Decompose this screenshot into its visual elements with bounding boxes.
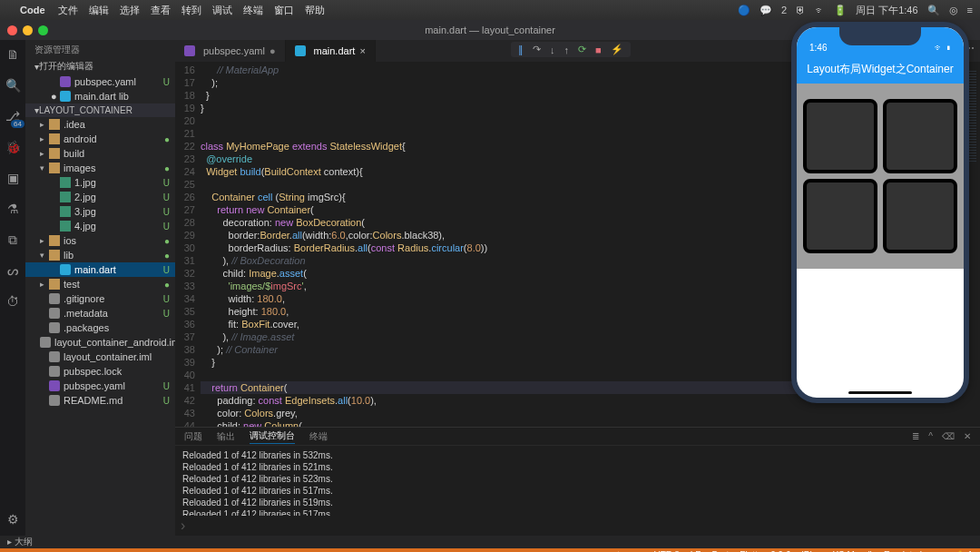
open-editor-item[interactable]: ●main.dart lib bbox=[25, 89, 175, 104]
spotlight-icon[interactable]: 🔍 bbox=[927, 5, 940, 16]
tree-item[interactable]: ▸ios● bbox=[25, 233, 175, 248]
tree-item[interactable]: pubspec.yamlU bbox=[25, 379, 175, 393]
menu-item[interactable]: 调试 bbox=[212, 5, 232, 15]
zoom-window-button[interactable] bbox=[38, 25, 48, 35]
open-editors-head[interactable]: ▾ 打开的编辑器 bbox=[25, 58, 175, 74]
outline-section[interactable]: 大纲 bbox=[15, 537, 33, 547]
debug-step-over-icon[interactable]: ↷ bbox=[533, 44, 541, 55]
tree-item[interactable]: main.dartU bbox=[25, 262, 175, 277]
panel-tabs: 问题输出调试控制台终端 ≣ ^ ⌫ ✕ bbox=[175, 428, 980, 446]
menu-item[interactable]: 转到 bbox=[181, 5, 201, 15]
grid-image-2[interactable] bbox=[883, 99, 957, 173]
debug-icon[interactable]: 🐞 bbox=[4, 138, 22, 156]
editor-tab[interactable]: pubspec.yaml● bbox=[175, 40, 286, 62]
panel-output[interactable]: Reloaded 1 of 412 libraries in 532ms.Rel… bbox=[175, 446, 980, 516]
panel-clear-icon[interactable]: ⌫ bbox=[942, 431, 955, 441]
panel-up-icon[interactable]: ^ bbox=[928, 431, 933, 441]
tree-item[interactable]: .metadataU bbox=[25, 306, 175, 320]
mac-menubar: Code 文件编辑选择查看转到调试终端窗口帮助 🔵 💬 2 ⛨ ᯤ 🔋 周日 下… bbox=[0, 0, 980, 20]
window-controls[interactable] bbox=[7, 25, 48, 35]
git-graph-icon[interactable]: ᔕ bbox=[4, 261, 22, 280]
panel-close-icon[interactable]: ✕ bbox=[964, 431, 971, 441]
phone-app-title: Layout布局Widget之Container bbox=[807, 62, 953, 77]
minimize-window-button[interactable] bbox=[23, 25, 33, 35]
menu-clock[interactable]: 周日 下午1:46 bbox=[856, 4, 917, 17]
tree-item[interactable]: ▸android● bbox=[25, 132, 175, 146]
tree-item[interactable]: ▸build bbox=[25, 146, 175, 161]
debug-step-out-icon[interactable]: ↑ bbox=[564, 44, 570, 55]
panel-tab[interactable]: 输出 bbox=[217, 430, 235, 443]
debug-toolbar[interactable]: ‖ ↷ ↓ ↑ ⟳ ■ ⚡ bbox=[511, 42, 631, 57]
open-editor-item[interactable]: pubspec.yamlU bbox=[25, 74, 175, 89]
activity-bar: 🗎 🔍 ⎇64 🐞 ▣ ⚗ ⧉ ᔕ ⏱ ⚙ bbox=[0, 40, 25, 536]
menu-wifi-icon: ᯤ bbox=[815, 5, 825, 15]
menu-extra-icon: 🔵 bbox=[738, 5, 750, 16]
menu-item[interactable]: 文件 bbox=[58, 5, 78, 15]
menu-item[interactable]: 编辑 bbox=[89, 5, 109, 15]
explorer-icon[interactable]: 🗎 bbox=[4, 45, 22, 64]
editor-tab[interactable]: main.dart× bbox=[286, 40, 376, 62]
window-title: main.dart — layout_container bbox=[425, 25, 555, 35]
phone-time: 1:46 bbox=[809, 43, 827, 53]
sidebar-footer: ▸ 大纲 bbox=[0, 536, 980, 548]
tree-item[interactable]: ▸.idea bbox=[25, 117, 175, 132]
test-icon[interactable]: ⚗ bbox=[4, 200, 22, 218]
ios-simulator[interactable]: 1:46 ᯤ ▮ Layout布局Widget之Container bbox=[791, 22, 969, 403]
siri-icon[interactable]: ◎ bbox=[949, 5, 958, 16]
menu-chat-icon: 💬 bbox=[760, 5, 772, 16]
menu-item[interactable]: 查看 bbox=[151, 5, 171, 15]
menu-item[interactable]: 选择 bbox=[120, 5, 140, 15]
tree-item[interactable]: pubspec.lock bbox=[25, 364, 175, 379]
panel-list-icon[interactable]: ≣ bbox=[912, 431, 919, 441]
phone-notch bbox=[839, 27, 921, 45]
explorer-sidebar: 资源管理器 ▾ 打开的编辑器 pubspec.yamlU●main.dart l… bbox=[25, 40, 175, 536]
debug-stop-icon[interactable]: ■ bbox=[595, 44, 602, 55]
time-icon[interactable]: ⏱ bbox=[4, 292, 22, 310]
grid-image-3[interactable] bbox=[803, 179, 877, 253]
tree-item[interactable]: ▾lib● bbox=[25, 248, 175, 262]
menu-item[interactable]: 窗口 bbox=[274, 5, 294, 15]
bottom-panel: 问题输出调试控制台终端 ≣ ^ ⌫ ✕ Reloaded 1 of 412 li… bbox=[175, 427, 980, 536]
hot-reload-icon[interactable]: ⚡ bbox=[611, 44, 623, 55]
menu-item[interactable]: 帮助 bbox=[305, 5, 325, 15]
line-gutter: 1617181920212223242526272829303132333435… bbox=[175, 62, 201, 427]
grid-image-4[interactable] bbox=[883, 179, 957, 253]
tree-item[interactable]: 3.jpgU bbox=[25, 204, 175, 219]
tree-item[interactable]: layout_container.iml bbox=[25, 350, 175, 364]
tree-item[interactable]: ▾images● bbox=[25, 161, 175, 175]
menu-shield-icon: ⛨ bbox=[796, 5, 806, 15]
phone-body bbox=[797, 84, 964, 269]
scm-icon[interactable]: ⎇64 bbox=[4, 107, 22, 125]
tree-item[interactable]: 1.jpgU bbox=[25, 175, 175, 190]
settings-gear-icon[interactable]: ⚙ bbox=[4, 510, 22, 528]
debug-restart-icon[interactable]: ⟳ bbox=[578, 44, 586, 55]
debug-step-into-icon[interactable]: ↓ bbox=[550, 44, 555, 55]
project-head[interactable]: ▾ LAYOUT_CONTAINER bbox=[25, 104, 175, 117]
menu-badge: 2 bbox=[781, 5, 787, 15]
tree-item[interactable]: 2.jpgU bbox=[25, 190, 175, 204]
grid-image-1[interactable] bbox=[803, 99, 877, 173]
menu-battery-icon: 🔋 bbox=[834, 5, 847, 16]
menu-item[interactable]: 终端 bbox=[243, 5, 263, 15]
tree-item[interactable]: ▸test● bbox=[25, 277, 175, 291]
panel-tab[interactable]: 问题 bbox=[184, 430, 202, 443]
tree-item[interactable]: 4.jpgU bbox=[25, 219, 175, 233]
phone-home-indicator[interactable] bbox=[848, 391, 912, 394]
phone-row bbox=[803, 179, 957, 253]
close-window-button[interactable] bbox=[7, 25, 17, 35]
notifications-icon[interactable]: ≡ bbox=[967, 5, 973, 15]
panel-tab[interactable]: 终端 bbox=[309, 430, 328, 443]
app-name[interactable]: Code bbox=[20, 5, 45, 15]
phone-appbar: Layout布局Widget之Container bbox=[797, 54, 964, 84]
bookmarks-icon[interactable]: ⧉ bbox=[4, 231, 22, 249]
tree-item[interactable]: .gitignoreU bbox=[25, 291, 175, 306]
tree-item[interactable]: .packages bbox=[25, 320, 175, 335]
phone-signal-icon: ᯤ ▮ bbox=[935, 43, 951, 53]
tree-item[interactable]: layout_container_android.iml bbox=[25, 335, 175, 350]
tree-item[interactable]: README.mdU bbox=[25, 393, 175, 408]
debug-input-prompt[interactable]: › bbox=[175, 516, 980, 536]
debug-pause-icon[interactable]: ‖ bbox=[518, 44, 524, 55]
search-icon[interactable]: 🔍 bbox=[4, 76, 22, 94]
extensions-icon[interactable]: ▣ bbox=[4, 169, 22, 187]
panel-tab[interactable]: 调试控制台 bbox=[250, 429, 295, 444]
